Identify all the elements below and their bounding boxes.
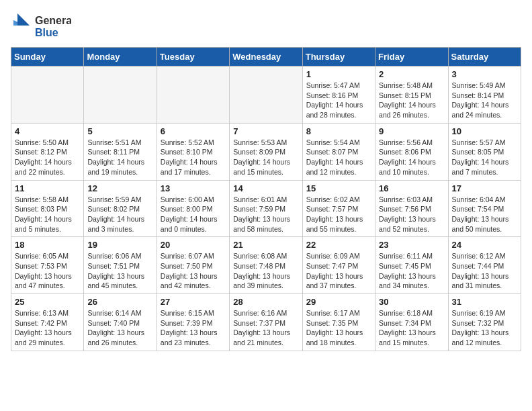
calendar-cell: 13Sunrise: 6:00 AM Sunset: 8:00 PM Dayli…: [157, 180, 229, 237]
calendar-cell: 19Sunrise: 6:06 AM Sunset: 7:51 PM Dayli…: [84, 237, 157, 294]
day-info: Sunrise: 6:11 AM Sunset: 7:45 PM Dayligh…: [379, 251, 444, 291]
day-info: Sunrise: 6:17 AM Sunset: 7:35 PM Dayligh…: [306, 308, 371, 348]
day-number: 29: [306, 297, 371, 307]
day-info: Sunrise: 6:08 AM Sunset: 7:48 PM Dayligh…: [233, 251, 298, 291]
day-number: 28: [233, 297, 298, 307]
calendar-week-row-4: 25Sunrise: 6:13 AM Sunset: 7:42 PM Dayli…: [11, 294, 521, 351]
calendar-week-row-0: 1Sunrise: 5:47 AM Sunset: 8:16 PM Daylig…: [11, 66, 521, 124]
day-number: 11: [15, 183, 80, 193]
day-number: 21: [233, 240, 298, 250]
calendar-header-tuesday: Tuesday: [157, 48, 229, 66]
calendar-cell: 17Sunrise: 6:04 AM Sunset: 7:54 PM Dayli…: [448, 180, 521, 237]
day-number: 17: [452, 183, 517, 193]
page-header: GeneralBlue: [11, 11, 521, 40]
calendar-cell: 1Sunrise: 5:47 AM Sunset: 8:16 PM Daylig…: [302, 66, 375, 124]
day-info: Sunrise: 6:03 AM Sunset: 7:56 PM Dayligh…: [379, 195, 444, 234]
calendar-cell: 30Sunrise: 6:18 AM Sunset: 7:34 PM Dayli…: [375, 294, 448, 351]
calendar-cell: 24Sunrise: 6:12 AM Sunset: 7:44 PM Dayli…: [448, 237, 521, 294]
calendar-cell: 3Sunrise: 5:49 AM Sunset: 8:14 PM Daylig…: [448, 66, 521, 124]
day-number: 20: [161, 240, 226, 250]
calendar-cell: 25Sunrise: 6:13 AM Sunset: 7:42 PM Dayli…: [11, 294, 84, 351]
svg-marker-1: [17, 13, 30, 26]
calendar-cell: 5Sunrise: 5:51 AM Sunset: 8:11 PM Daylig…: [84, 123, 157, 180]
day-info: Sunrise: 6:14 AM Sunset: 7:40 PM Dayligh…: [87, 308, 152, 348]
day-number: 19: [87, 240, 152, 250]
calendar-cell: [157, 66, 229, 124]
day-number: 4: [15, 126, 80, 136]
day-number: 5: [87, 126, 152, 136]
day-number: 22: [306, 240, 371, 250]
calendar-week-row-1: 4Sunrise: 5:50 AM Sunset: 8:12 PM Daylig…: [11, 123, 521, 180]
day-number: 31: [452, 297, 517, 307]
calendar-header-friday: Friday: [375, 48, 448, 66]
day-info: Sunrise: 6:09 AM Sunset: 7:47 PM Dayligh…: [306, 251, 371, 291]
day-info: Sunrise: 5:52 AM Sunset: 8:10 PM Dayligh…: [161, 138, 226, 177]
calendar-cell: [84, 66, 157, 124]
day-number: 30: [379, 297, 444, 307]
day-info: Sunrise: 6:15 AM Sunset: 7:39 PM Dayligh…: [161, 308, 226, 348]
day-number: 26: [87, 297, 152, 307]
calendar-cell: 8Sunrise: 5:54 AM Sunset: 8:07 PM Daylig…: [302, 123, 375, 180]
calendar-cell: 23Sunrise: 6:11 AM Sunset: 7:45 PM Dayli…: [375, 237, 448, 294]
day-info: Sunrise: 5:58 AM Sunset: 8:03 PM Dayligh…: [15, 195, 80, 234]
day-info: Sunrise: 5:59 AM Sunset: 8:02 PM Dayligh…: [87, 195, 152, 234]
day-number: 7: [233, 126, 298, 136]
calendar-cell: 29Sunrise: 6:17 AM Sunset: 7:35 PM Dayli…: [302, 294, 375, 351]
calendar-cell: 15Sunrise: 6:02 AM Sunset: 7:57 PM Dayli…: [302, 180, 375, 237]
calendar-week-row-3: 18Sunrise: 6:05 AM Sunset: 7:53 PM Dayli…: [11, 237, 521, 294]
calendar-cell: 6Sunrise: 5:52 AM Sunset: 8:10 PM Daylig…: [157, 123, 229, 180]
day-number: 25: [15, 297, 80, 307]
calendar-cell: 2Sunrise: 5:48 AM Sunset: 8:15 PM Daylig…: [375, 66, 448, 124]
day-number: 3: [452, 69, 517, 79]
day-info: Sunrise: 6:16 AM Sunset: 7:37 PM Dayligh…: [233, 308, 298, 348]
calendar-cell: 18Sunrise: 6:05 AM Sunset: 7:53 PM Dayli…: [11, 237, 84, 294]
svg-text:General: General: [35, 15, 71, 26]
calendar-cell: 12Sunrise: 5:59 AM Sunset: 8:02 PM Dayli…: [84, 180, 157, 237]
day-info: Sunrise: 5:49 AM Sunset: 8:14 PM Dayligh…: [452, 81, 517, 120]
calendar-header-wednesday: Wednesday: [230, 48, 302, 66]
day-info: Sunrise: 5:53 AM Sunset: 8:09 PM Dayligh…: [233, 138, 298, 177]
day-info: Sunrise: 6:07 AM Sunset: 7:50 PM Dayligh…: [161, 251, 226, 291]
day-info: Sunrise: 5:47 AM Sunset: 8:16 PM Dayligh…: [306, 81, 371, 120]
calendar-cell: 16Sunrise: 6:03 AM Sunset: 7:56 PM Dayli…: [375, 180, 448, 237]
calendar-cell: 11Sunrise: 5:58 AM Sunset: 8:03 PM Dayli…: [11, 180, 84, 237]
calendar-cell: 21Sunrise: 6:08 AM Sunset: 7:48 PM Dayli…: [230, 237, 302, 294]
calendar-week-row-2: 11Sunrise: 5:58 AM Sunset: 8:03 PM Dayli…: [11, 180, 521, 237]
day-info: Sunrise: 5:50 AM Sunset: 8:12 PM Dayligh…: [15, 138, 80, 177]
day-number: 8: [306, 126, 371, 136]
day-info: Sunrise: 6:12 AM Sunset: 7:44 PM Dayligh…: [452, 251, 517, 291]
day-number: 14: [233, 183, 298, 193]
day-number: 2: [379, 69, 444, 79]
calendar-cell: [230, 66, 302, 124]
calendar-cell: [11, 66, 84, 124]
day-info: Sunrise: 6:06 AM Sunset: 7:51 PM Dayligh…: [87, 251, 152, 291]
calendar-cell: 20Sunrise: 6:07 AM Sunset: 7:50 PM Dayli…: [157, 237, 229, 294]
calendar-cell: 28Sunrise: 6:16 AM Sunset: 7:37 PM Dayli…: [230, 294, 302, 351]
logo-icon: GeneralBlue: [11, 11, 71, 40]
calendar-cell: 10Sunrise: 5:57 AM Sunset: 8:05 PM Dayli…: [448, 123, 521, 180]
day-number: 15: [306, 183, 371, 193]
day-info: Sunrise: 6:05 AM Sunset: 7:53 PM Dayligh…: [15, 251, 80, 291]
calendar-cell: 31Sunrise: 6:19 AM Sunset: 7:32 PM Dayli…: [448, 294, 521, 351]
calendar-cell: 26Sunrise: 6:14 AM Sunset: 7:40 PM Dayli…: [84, 294, 157, 351]
day-number: 24: [452, 240, 517, 250]
day-number: 23: [379, 240, 444, 250]
day-number: 6: [161, 126, 226, 136]
calendar-header-thursday: Thursday: [302, 48, 375, 66]
day-number: 12: [87, 183, 152, 193]
day-number: 1: [306, 69, 371, 79]
day-info: Sunrise: 6:18 AM Sunset: 7:34 PM Dayligh…: [379, 308, 444, 348]
calendar-table: SundayMondayTuesdayWednesdayThursdayFrid…: [11, 47, 521, 351]
day-info: Sunrise: 5:48 AM Sunset: 8:15 PM Dayligh…: [379, 81, 444, 120]
calendar-header-monday: Monday: [84, 48, 157, 66]
logo: GeneralBlue: [11, 11, 71, 40]
day-info: Sunrise: 5:56 AM Sunset: 8:06 PM Dayligh…: [379, 138, 444, 177]
day-info: Sunrise: 6:01 AM Sunset: 7:59 PM Dayligh…: [233, 195, 298, 234]
calendar-cell: 4Sunrise: 5:50 AM Sunset: 8:12 PM Daylig…: [11, 123, 84, 180]
day-info: Sunrise: 6:02 AM Sunset: 7:57 PM Dayligh…: [306, 195, 371, 234]
day-number: 27: [161, 297, 226, 307]
calendar-cell: 27Sunrise: 6:15 AM Sunset: 7:39 PM Dayli…: [157, 294, 229, 351]
calendar-header-saturday: Saturday: [448, 48, 521, 66]
day-info: Sunrise: 6:19 AM Sunset: 7:32 PM Dayligh…: [452, 308, 517, 348]
day-info: Sunrise: 6:00 AM Sunset: 8:00 PM Dayligh…: [161, 195, 226, 234]
